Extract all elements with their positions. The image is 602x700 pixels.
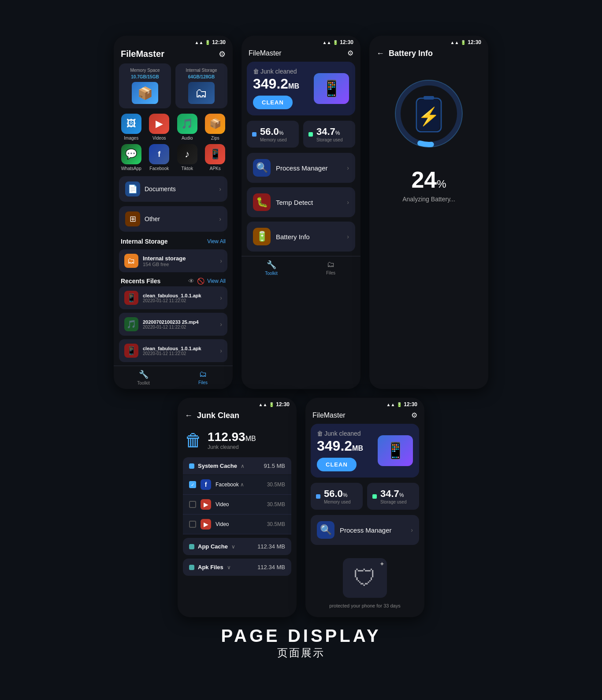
memory-stat-value-5: 56.0% <box>324 488 351 500</box>
app-cache-name: App Cache <box>198 543 228 550</box>
settings-icon-2[interactable]: ⚙ <box>347 49 353 57</box>
apk-files-header[interactable]: Apk Files ∨ 112.34 MB <box>183 559 291 576</box>
recent-name-1: 20200702100233 25.mp4 <box>143 319 220 325</box>
app-item-zips[interactable]: 📦 Zips <box>203 114 228 141</box>
settings-icon-1[interactable]: ⚙ <box>219 49 226 59</box>
app-cache-header[interactable]: App Cache ∨ 112.34 MB <box>183 538 291 555</box>
recents-header: Recents Files 👁 🚫 View All <box>114 276 233 286</box>
signal-icon: ▲▲ <box>195 40 204 45</box>
facebook-junk-item[interactable]: ✓ f Facebook ∧ 30.5MB <box>183 475 291 495</box>
system-cache-header[interactable]: System Cache ∧ 91.5 MB <box>183 457 291 474</box>
battery-info-item[interactable]: 🔋 Battery Info › <box>247 222 355 252</box>
documents-menu-item[interactable]: 📄 Documents › <box>119 176 227 202</box>
clean-button-2[interactable]: CLEAN <box>253 96 293 109</box>
settings-icon-5[interactable]: ⚙ <box>411 411 417 419</box>
facebook-checkbox[interactable]: ✓ <box>189 481 196 488</box>
storage-item-left: 🗂 Internal storage 154 GB free <box>124 254 186 268</box>
app-title-5: FileMaster <box>312 411 346 419</box>
app-item-videos[interactable]: ▶ Videos <box>147 114 172 141</box>
internal-storage-title: Internal Storage <box>121 238 168 245</box>
process-label-5: Process Manager <box>340 526 392 534</box>
junk-back-arrow[interactable]: ← <box>185 411 193 420</box>
process-manager-item[interactable]: 🔍 Process Manager › <box>247 153 355 183</box>
internal-storage-card[interactable]: Internal Storage 64GB/128GB 🗂 <box>175 63 227 108</box>
other-icon: ⊞ <box>125 211 140 226</box>
memory-space-card[interactable]: Memory Space 10.7GB/15GB 📦 <box>119 63 171 108</box>
time-display-5: 12:30 <box>404 401 417 407</box>
signal-icon-4: ▲▲ <box>259 402 268 407</box>
memory-stat-info-5: 56.0% Memory used <box>324 488 351 504</box>
tab-files-1[interactable]: 🗂 Files <box>173 366 233 389</box>
screen3-battery-info: ▲▲ 🔋 12:30 ← Battery Info <box>369 36 488 389</box>
battery-back-header: ← Battery Info <box>369 47 488 65</box>
recent-item-2[interactable]: 📱 clean_fabulous_1.0.1.apk 20220-01-12 1… <box>119 339 227 362</box>
app-item-audio[interactable]: 🎵 Audio <box>175 114 200 141</box>
storage-card-label: Internal Storage <box>186 68 217 73</box>
temp-detect-item[interactable]: 🐛 Temp Detect › <box>247 187 355 217</box>
time-display-4: 12:30 <box>276 401 290 407</box>
bottom-tabs-2: 🔧 Toolkit 🗂 Files <box>242 256 360 279</box>
recent-date-2: 20220-01-12 11:22:02 <box>143 351 220 356</box>
eye-slash-icon[interactable]: 🚫 <box>197 278 204 285</box>
temp-icon: 🐛 <box>253 193 271 211</box>
system-cache-left: System Cache ∧ <box>189 463 245 469</box>
storage-dot-2 <box>308 132 313 137</box>
files-tab-label-2: Files <box>326 270 335 275</box>
internal-view-all[interactable]: View All <box>207 238 226 244</box>
status-bar-3: ▲▲ 🔋 12:30 <box>369 36 488 47</box>
files-tab-label: Files <box>198 380 208 385</box>
app-cache-expand: ∨ <box>231 544 235 550</box>
tab-files-2[interactable]: 🗂 Files <box>301 256 360 279</box>
back-arrow-icon[interactable]: ← <box>376 49 384 58</box>
recent-item-0[interactable]: 📱 clean_fabulous_1.0.1.apk 20220-01-12 1… <box>119 286 227 309</box>
video1-checkbox[interactable] <box>189 501 196 508</box>
other-menu-item[interactable]: ⊞ Other › <box>119 206 227 232</box>
video2-junk-icon: ▶ <box>201 519 211 530</box>
junk-clean-size-display: 112.93MB <box>208 430 256 444</box>
app-item-apks[interactable]: 📱 APKs <box>203 144 228 171</box>
memory-stat-info: 56.0% Memory used <box>260 126 287 142</box>
app-item-whatsapp[interactable]: 💬 WhatsApp <box>119 144 144 171</box>
junk-back-header: ← Junk Clean <box>178 409 297 426</box>
recent-icon-2: 📱 <box>124 344 138 358</box>
memory-stat-5: 56.0% Memory used <box>311 483 363 510</box>
trash-icon: 🗑 <box>185 430 202 450</box>
recent-item-1[interactable]: 🎵 20200702100233 25.mp4 20220-01-12 11:2… <box>119 313 227 336</box>
system-cache-expand: ∧ <box>241 463 245 469</box>
status-bar-5: ▲▲ 🔋 12:30 <box>305 398 424 409</box>
apks-icon: 📱 <box>205 144 225 164</box>
other-chevron: › <box>219 215 221 222</box>
process-manager-item-5[interactable]: 🔍 Process Manager › <box>311 515 419 545</box>
app-item-facebook[interactable]: f Facebook <box>147 144 172 171</box>
apks-label: APKs <box>210 166 221 171</box>
video2-checkbox[interactable] <box>189 521 196 528</box>
battery-left: 🔋 Battery Info <box>253 228 310 245</box>
svg-rect-6 <box>424 96 434 100</box>
clean-button-5[interactable]: CLEAN <box>317 458 357 471</box>
video1-junk-name: Video <box>216 501 263 507</box>
battery-screen-title: Battery Info <box>389 49 433 58</box>
tab-toolkit-1[interactable]: 🔧 Toolkit <box>114 366 173 389</box>
memory-card-label: Memory Space <box>130 68 160 73</box>
memory-dot-2 <box>252 132 256 137</box>
app-header-5: FileMaster ⚙ <box>305 409 424 424</box>
memory-icon: 📦 <box>132 82 158 104</box>
tab-toolkit-2[interactable]: 🔧 Toolkit <box>242 256 301 279</box>
facebook-label: Facebook <box>149 166 169 171</box>
storage-card-value: 64GB/128GB <box>188 74 215 79</box>
app-item-images[interactable]: 🖼 Images <box>119 114 144 141</box>
eye-icon[interactable]: 👁 <box>188 278 194 285</box>
junk-info-2: 🗑 Junk cleaned 349.2MB CLEAN <box>253 68 314 109</box>
signal-icon-3: ▲▲ <box>450 40 459 45</box>
recents-view-all[interactable]: View All <box>207 278 226 284</box>
memory-stat-value: 56.0% <box>260 126 287 137</box>
recent-info-1: 20200702100233 25.mp4 20220-01-12 11:22:… <box>143 319 220 330</box>
storage-stat-info-5: 34.7% Storage used <box>380 488 407 504</box>
app-item-tiktok[interactable]: ♪ Tiktok <box>175 144 200 171</box>
battery-menu-icon: 🔋 <box>253 228 271 245</box>
junk-card-5: 🗑 Junk cleaned 349.2MB CLEAN 📱 <box>311 424 419 478</box>
video2-junk-item[interactable]: ▶ Video 30.5MB <box>183 515 291 534</box>
internal-storage-item[interactable]: 🗂 Internal storage 154 GB free › <box>119 249 227 272</box>
video1-junk-item[interactable]: ▶ Video 30.5MB <box>183 495 291 515</box>
toolkit-tab-label-2: Toolkit <box>265 271 277 276</box>
